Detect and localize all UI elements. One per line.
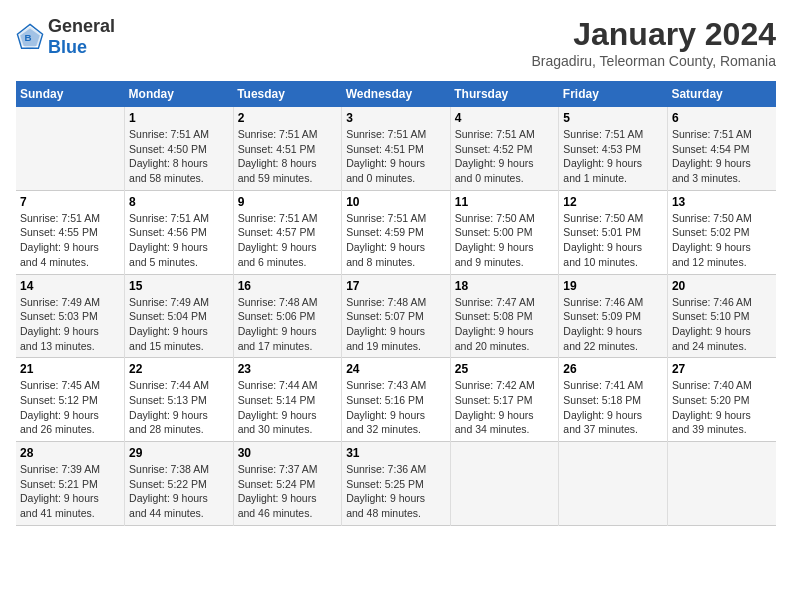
calendar-cell: 5Sunrise: 7:51 AMSunset: 4:53 PMDaylight… (559, 107, 668, 190)
day-info: Sunrise: 7:51 AMSunset: 4:51 PMDaylight:… (346, 127, 446, 186)
day-info: Sunrise: 7:49 AMSunset: 5:04 PMDaylight:… (129, 295, 229, 354)
calendar-cell (559, 442, 668, 526)
calendar-cell: 17Sunrise: 7:48 AMSunset: 5:07 PMDayligh… (342, 274, 451, 358)
calendar-cell: 8Sunrise: 7:51 AMSunset: 4:56 PMDaylight… (125, 190, 234, 274)
calendar-cell: 15Sunrise: 7:49 AMSunset: 5:04 PMDayligh… (125, 274, 234, 358)
calendar-cell: 25Sunrise: 7:42 AMSunset: 5:17 PMDayligh… (450, 358, 559, 442)
calendar-cell: 10Sunrise: 7:51 AMSunset: 4:59 PMDayligh… (342, 190, 451, 274)
day-number: 13 (672, 195, 772, 209)
week-row-5: 28Sunrise: 7:39 AMSunset: 5:21 PMDayligh… (16, 442, 776, 526)
calendar-cell: 30Sunrise: 7:37 AMSunset: 5:24 PMDayligh… (233, 442, 342, 526)
day-number: 27 (672, 362, 772, 376)
title-area: January 2024 Bragadiru, Teleorman County… (531, 16, 776, 69)
calendar-cell: 23Sunrise: 7:44 AMSunset: 5:14 PMDayligh… (233, 358, 342, 442)
day-number: 18 (455, 279, 555, 293)
calendar-cell: 24Sunrise: 7:43 AMSunset: 5:16 PMDayligh… (342, 358, 451, 442)
day-info: Sunrise: 7:51 AMSunset: 4:57 PMDaylight:… (238, 211, 338, 270)
week-row-1: 1Sunrise: 7:51 AMSunset: 4:50 PMDaylight… (16, 107, 776, 190)
calendar-cell: 29Sunrise: 7:38 AMSunset: 5:22 PMDayligh… (125, 442, 234, 526)
day-info: Sunrise: 7:50 AMSunset: 5:00 PMDaylight:… (455, 211, 555, 270)
day-info: Sunrise: 7:44 AMSunset: 5:13 PMDaylight:… (129, 378, 229, 437)
calendar-cell: 1Sunrise: 7:51 AMSunset: 4:50 PMDaylight… (125, 107, 234, 190)
week-row-2: 7Sunrise: 7:51 AMSunset: 4:55 PMDaylight… (16, 190, 776, 274)
day-info: Sunrise: 7:36 AMSunset: 5:25 PMDaylight:… (346, 462, 446, 521)
calendar-cell: 14Sunrise: 7:49 AMSunset: 5:03 PMDayligh… (16, 274, 125, 358)
day-info: Sunrise: 7:51 AMSunset: 4:55 PMDaylight:… (20, 211, 120, 270)
weekday-header-monday: Monday (125, 81, 234, 107)
day-info: Sunrise: 7:51 AMSunset: 4:53 PMDaylight:… (563, 127, 663, 186)
weekday-header-sunday: Sunday (16, 81, 125, 107)
day-number: 14 (20, 279, 120, 293)
day-number: 9 (238, 195, 338, 209)
calendar-cell: 4Sunrise: 7:51 AMSunset: 4:52 PMDaylight… (450, 107, 559, 190)
day-number: 15 (129, 279, 229, 293)
calendar-cell: 20Sunrise: 7:46 AMSunset: 5:10 PMDayligh… (667, 274, 776, 358)
weekday-header-saturday: Saturday (667, 81, 776, 107)
day-info: Sunrise: 7:51 AMSunset: 4:52 PMDaylight:… (455, 127, 555, 186)
day-number: 16 (238, 279, 338, 293)
day-number: 20 (672, 279, 772, 293)
week-row-4: 21Sunrise: 7:45 AMSunset: 5:12 PMDayligh… (16, 358, 776, 442)
day-number: 26 (563, 362, 663, 376)
calendar-cell (450, 442, 559, 526)
weekday-header-row: SundayMondayTuesdayWednesdayThursdayFrid… (16, 81, 776, 107)
logo-text-blue: Blue (48, 37, 87, 57)
day-info: Sunrise: 7:47 AMSunset: 5:08 PMDaylight:… (455, 295, 555, 354)
day-info: Sunrise: 7:38 AMSunset: 5:22 PMDaylight:… (129, 462, 229, 521)
day-info: Sunrise: 7:37 AMSunset: 5:24 PMDaylight:… (238, 462, 338, 521)
calendar-cell: 3Sunrise: 7:51 AMSunset: 4:51 PMDaylight… (342, 107, 451, 190)
svg-text:B: B (24, 32, 31, 43)
weekday-header-tuesday: Tuesday (233, 81, 342, 107)
day-number: 6 (672, 111, 772, 125)
calendar-cell: 13Sunrise: 7:50 AMSunset: 5:02 PMDayligh… (667, 190, 776, 274)
day-info: Sunrise: 7:51 AMSunset: 4:59 PMDaylight:… (346, 211, 446, 270)
main-title: January 2024 (531, 16, 776, 53)
day-info: Sunrise: 7:45 AMSunset: 5:12 PMDaylight:… (20, 378, 120, 437)
calendar-cell: 26Sunrise: 7:41 AMSunset: 5:18 PMDayligh… (559, 358, 668, 442)
weekday-header-friday: Friday (559, 81, 668, 107)
calendar-cell: 21Sunrise: 7:45 AMSunset: 5:12 PMDayligh… (16, 358, 125, 442)
calendar-cell: 2Sunrise: 7:51 AMSunset: 4:51 PMDaylight… (233, 107, 342, 190)
day-number: 7 (20, 195, 120, 209)
logo-text-general: General (48, 16, 115, 36)
day-number: 2 (238, 111, 338, 125)
day-number: 25 (455, 362, 555, 376)
day-number: 24 (346, 362, 446, 376)
day-number: 11 (455, 195, 555, 209)
calendar-cell: 6Sunrise: 7:51 AMSunset: 4:54 PMDaylight… (667, 107, 776, 190)
weekday-header-wednesday: Wednesday (342, 81, 451, 107)
day-info: Sunrise: 7:42 AMSunset: 5:17 PMDaylight:… (455, 378, 555, 437)
day-number: 23 (238, 362, 338, 376)
day-info: Sunrise: 7:48 AMSunset: 5:07 PMDaylight:… (346, 295, 446, 354)
day-info: Sunrise: 7:51 AMSunset: 4:50 PMDaylight:… (129, 127, 229, 186)
day-number: 29 (129, 446, 229, 460)
page-header: B General Blue January 2024 Bragadiru, T… (16, 16, 776, 69)
day-number: 22 (129, 362, 229, 376)
calendar-cell: 9Sunrise: 7:51 AMSunset: 4:57 PMDaylight… (233, 190, 342, 274)
day-number: 10 (346, 195, 446, 209)
day-info: Sunrise: 7:48 AMSunset: 5:06 PMDaylight:… (238, 295, 338, 354)
calendar-cell: 11Sunrise: 7:50 AMSunset: 5:00 PMDayligh… (450, 190, 559, 274)
day-number: 8 (129, 195, 229, 209)
day-number: 21 (20, 362, 120, 376)
subtitle: Bragadiru, Teleorman County, Romania (531, 53, 776, 69)
calendar-cell: 27Sunrise: 7:40 AMSunset: 5:20 PMDayligh… (667, 358, 776, 442)
day-info: Sunrise: 7:46 AMSunset: 5:09 PMDaylight:… (563, 295, 663, 354)
calendar-cell: 31Sunrise: 7:36 AMSunset: 5:25 PMDayligh… (342, 442, 451, 526)
weekday-header-thursday: Thursday (450, 81, 559, 107)
logo-icon: B (16, 23, 44, 51)
day-number: 31 (346, 446, 446, 460)
day-number: 5 (563, 111, 663, 125)
calendar-cell: 18Sunrise: 7:47 AMSunset: 5:08 PMDayligh… (450, 274, 559, 358)
day-info: Sunrise: 7:51 AMSunset: 4:56 PMDaylight:… (129, 211, 229, 270)
calendar-cell: 22Sunrise: 7:44 AMSunset: 5:13 PMDayligh… (125, 358, 234, 442)
calendar-cell (16, 107, 125, 190)
logo: B General Blue (16, 16, 115, 58)
day-number: 12 (563, 195, 663, 209)
day-number: 4 (455, 111, 555, 125)
day-number: 30 (238, 446, 338, 460)
day-number: 17 (346, 279, 446, 293)
day-info: Sunrise: 7:50 AMSunset: 5:01 PMDaylight:… (563, 211, 663, 270)
day-info: Sunrise: 7:44 AMSunset: 5:14 PMDaylight:… (238, 378, 338, 437)
day-info: Sunrise: 7:39 AMSunset: 5:21 PMDaylight:… (20, 462, 120, 521)
